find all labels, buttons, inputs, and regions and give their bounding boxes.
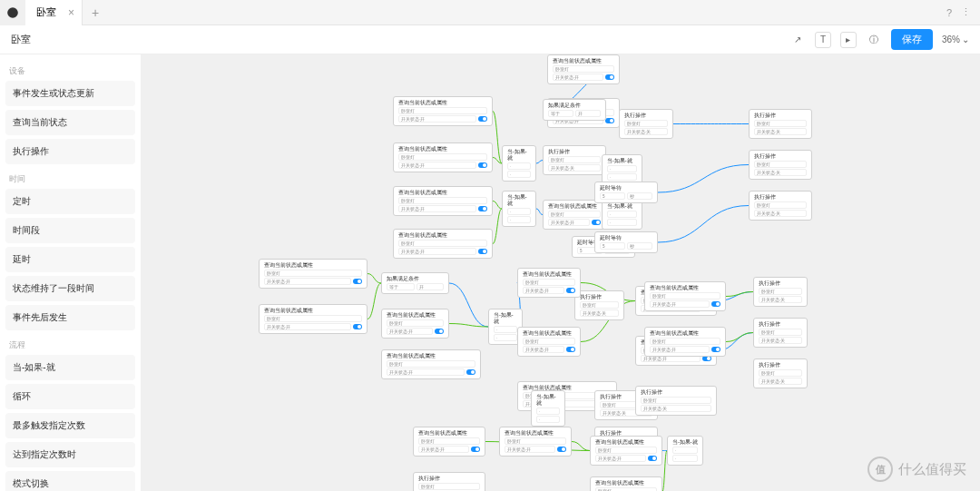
flow-node[interactable]: 执行操作卧室灯开关状态·关 (749, 109, 812, 139)
flow-node[interactable]: 查询当前状态或属性卧室灯开关状态·开 (543, 200, 606, 230)
watermark-icon: 值 (867, 457, 893, 482)
flow-node[interactable]: 查询当前状态或属性卧室灯开关状态·开 (393, 229, 493, 259)
flow-node[interactable]: 执行操作卧室灯开关状态·关 (749, 150, 812, 180)
flow-node[interactable]: 执行操作卧室灯开关状态·关 (574, 290, 624, 320)
tab-title: 卧室 (36, 5, 56, 19)
flow-node[interactable]: 查询当前状态或属性卧室灯开关状态·开 (517, 268, 581, 298)
sidebar-item[interactable]: 事件发生或状态更新 (5, 81, 135, 106)
flow-node[interactable]: 当-如果-就·· (602, 154, 642, 184)
flow-node[interactable]: 查询当前状态或属性卧室灯开关状态·开 (517, 327, 581, 357)
flow-node[interactable]: 当-如果-就·· (602, 200, 642, 230)
sidebar-category: 设备 (5, 60, 135, 81)
export-icon[interactable]: ↗ (789, 32, 806, 48)
flow-node[interactable]: 当-如果-就·· (667, 436, 703, 466)
text-icon[interactable]: T (815, 32, 831, 48)
flow-node[interactable]: 查询当前状态或属性卧室灯开关状态·开 (499, 427, 572, 457)
chevron-down-icon: ⌄ (962, 34, 969, 44)
watermark-text: 什么值得买 (898, 461, 966, 478)
flow-node[interactable]: 延时等待5秒 (594, 182, 658, 203)
sidebar-item[interactable]: 最多触发指定次数 (5, 413, 135, 438)
tab-add-button[interactable]: + (83, 5, 108, 20)
sidebar-item[interactable]: 时间段 (5, 218, 135, 243)
flow-node[interactable]: 执行操作卧室灯开关状态·关 (635, 386, 717, 416)
sidebar-item[interactable]: 当-如果-就 (5, 355, 135, 380)
watermark: 值 什么值得买 (867, 457, 966, 482)
help-icon[interactable]: ? (946, 7, 952, 18)
save-button[interactable]: 保存 (891, 29, 933, 50)
flow-node[interactable]: 执行操作卧室灯开关状态·关 (619, 109, 673, 139)
sidebar-item[interactable]: 状态维持了一段时间 (5, 276, 135, 301)
info-icon[interactable]: ⓘ (866, 32, 882, 48)
flow-node[interactable]: 如果满足条件等于开 (543, 99, 606, 121)
flow-node[interactable]: 查询当前状态或属性卧室灯开关状态·开 (413, 427, 485, 457)
flow-node[interactable]: 执行操作卧室灯开关状态·关 (753, 277, 808, 307)
flow-node[interactable]: 查询当前状态或属性卧室灯开关状态·开 (547, 54, 620, 84)
sidebar-item[interactable]: 延时 (5, 247, 135, 272)
sidebar-category: 流程 (5, 334, 135, 355)
flow-node[interactable]: 查询当前状态或属性卧室灯开关状态·开 (381, 309, 449, 339)
flow-node[interactable]: 执行操作卧室灯开关状态·关 (753, 358, 808, 388)
more-icon[interactable]: ⋮ (961, 6, 971, 18)
play-icon[interactable]: ▸ (840, 32, 857, 48)
flow-node[interactable]: 查询当前状态或属性卧室灯开关状态·开 (259, 304, 368, 334)
sidebar-item[interactable]: 达到指定次数时 (5, 442, 135, 467)
flow-node[interactable]: 查询当前状态或属性卧室灯开关状态·开 (393, 142, 493, 172)
sidebar-category: 时间 (5, 168, 135, 189)
flow-node[interactable]: 执行操作卧室灯开关状态·关 (543, 145, 606, 175)
flow-node[interactable]: 查询当前状态或属性卧室灯开关状态·开 (393, 96, 493, 126)
app-icon (0, 0, 25, 25)
close-icon[interactable]: × (68, 6, 74, 19)
sidebar-item[interactable]: 执行操作 (5, 139, 135, 164)
page-title: 卧室 (11, 33, 31, 46)
canvas[interactable]: 查询当前状态或属性卧室灯开关状态·开查询当前状态或属性卧室灯开关状态·开查询当前… (141, 54, 980, 491)
svg-point-0 (7, 7, 18, 18)
flow-node[interactable]: 查询当前状态或属性卧室灯开关状态·开 (393, 186, 493, 216)
flow-node[interactable]: 查询当前状态或属性卧室灯开关状态·开 (590, 436, 662, 466)
flow-node[interactable]: 当-如果-就·· (531, 390, 565, 427)
flow-node[interactable]: 查询当前状态或属性卧室灯开关状态·开 (259, 259, 368, 289)
sidebar-item[interactable]: 事件先后发生 (5, 305, 135, 330)
flow-node[interactable]: 执行操作卧室灯开关状态·关 (413, 472, 485, 491)
sidebar-item[interactable]: 查询当前状态 (5, 110, 135, 135)
sidebar-item[interactable]: 循环 (5, 384, 135, 409)
zoom-level[interactable]: 36% ⌄ (942, 34, 969, 44)
sidebar-item[interactable]: 定时 (5, 189, 135, 214)
flow-node[interactable]: 执行操作卧室灯开关状态·关 (749, 191, 812, 221)
flow-node[interactable]: 查询当前状态或属性卧室灯开关状态·开 (644, 327, 726, 357)
flow-node[interactable]: 查询当前状态或属性卧室灯开关状态·开 (381, 349, 481, 379)
sidebar-item[interactable]: 模式切换 (5, 471, 135, 491)
sidebar: 设备事件发生或状态更新查询当前状态执行操作时间定时时间段延时状态维持了一段时间事… (0, 54, 141, 491)
flow-node[interactable]: 执行操作卧室灯开关状态·关 (753, 318, 808, 348)
tab-active[interactable]: 卧室 × (25, 0, 83, 25)
flow-node[interactable]: 当-如果-就·· (502, 191, 536, 227)
flow-node[interactable]: 延时等待5秒 (594, 231, 658, 253)
flow-node[interactable]: 查询当前状态或属性卧室灯开关状态·开 (644, 281, 726, 311)
flow-node[interactable]: 当-如果-就·· (502, 145, 536, 182)
flow-node[interactable]: 查询当前状态或属性卧室灯开关状态·开 (590, 476, 662, 491)
flow-node[interactable]: 如果满足条件等于开 (381, 272, 449, 294)
